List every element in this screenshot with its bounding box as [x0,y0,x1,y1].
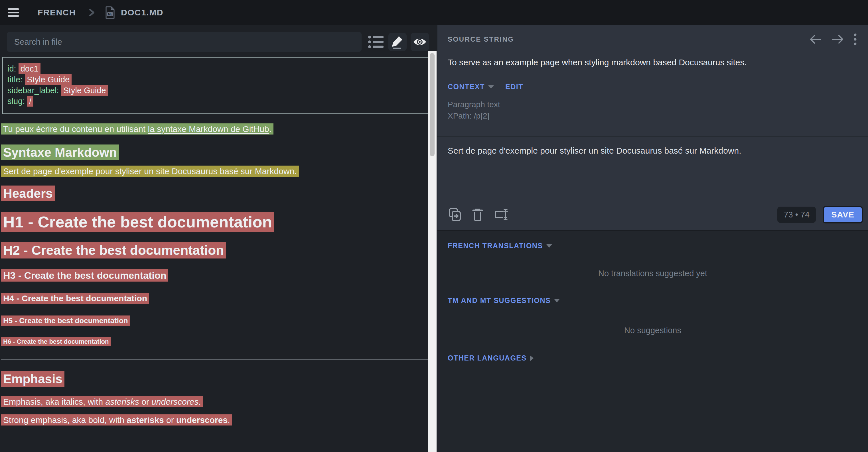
next-string-button[interactable] [832,34,844,45]
editor-toolbar: 73 • 74 SAVE [448,204,863,225]
char-counter: 73 • 74 [777,206,816,223]
chevron-right-icon [88,7,95,18]
frontmatter-line: slug: / [7,96,433,106]
frontmatter-line: id: doc1 [7,63,433,74]
string-frontmatter-sidebar-label[interactable]: Style Guide [61,85,108,96]
italic-word: underscores [151,397,198,407]
delete-translation-button[interactable] [472,208,483,221]
arrow-right-icon [832,34,844,45]
tm-mt-section[interactable]: TM AND MT SUGGESTIONS [448,296,858,305]
italics-text: Emphasis, aka italics, with [3,397,105,407]
chevron-down-icon [488,85,494,89]
more-options-button[interactable] [854,33,857,45]
hamburger-menu-icon[interactable] [8,7,21,18]
heading-h5: H5 - Create the best documentation [1,316,437,325]
breadcrumb-file[interactable]: DOC1.MD [121,8,163,18]
suggestions-panel: FRENCH TRANSLATIONS No translations sugg… [437,231,868,452]
string-h3[interactable]: H3 - Create the best documentation [1,269,168,282]
string-headers[interactable]: Headers [1,186,55,201]
chevron-right-icon [530,355,533,361]
heading-emphasis: Emphasis [1,372,437,386]
other-languages-toggle[interactable]: OTHER LANGUAGES [448,354,527,362]
context-xpath: XPath: /p[2] [448,111,858,121]
copy-source-button[interactable] [448,207,461,222]
paragraph-intro: Tu peux écrire du contenu en utilisant l… [1,124,437,134]
string-bold[interactable]: Strong emphasis, aka bold, with asterisk… [1,414,232,425]
edit-mode-button[interactable] [389,33,407,51]
paragraph-bold: Strong emphasis, aka bold, with asterisk… [1,415,437,425]
string-heading-translated[interactable]: Syntaxe Markdown [1,144,119,160]
string-editor: SOURCE STRING To serve as an example pag… [437,25,868,231]
intro-period: . [269,124,272,134]
string-frontmatter-slug[interactable]: / [27,96,33,106]
string-intro-translated[interactable]: Tu peux écrire du contenu en utilisant l… [1,123,274,134]
french-translations-toggle[interactable]: FRENCH TRANSLATIONS [448,242,543,250]
string-h5[interactable]: H5 - Create the best documentation [1,316,130,326]
string-h2[interactable]: H2 - Create the best documentation [1,242,226,258]
string-h6[interactable]: H6 - Create the best documentation [1,337,111,346]
heading-h1: H1 - Create the best documentation [1,213,437,231]
bold-text: or [164,415,176,425]
document-toolbar [0,25,437,52]
eye-icon [413,37,427,47]
preview-button[interactable] [411,33,429,51]
string-h1[interactable]: H1 - Create the best documentation [1,212,274,232]
other-languages-section[interactable]: OTHER LANGUAGES [448,354,858,362]
heading-h4: H4 - Create the best documentation [1,294,437,303]
frontmatter-key: sidebar_label: [7,86,61,95]
editor-header: SOURCE STRING [448,25,858,45]
paragraph-italics: Emphasis, aka italics, with asterisks or… [1,397,437,407]
intro-text: Tu peux écrire du contenu en utilisant [3,124,148,134]
document-scrollbar[interactable] [428,51,437,452]
translation-panel: SOURCE STRING To serve as an example pag… [437,25,868,452]
string-frontmatter-title[interactable]: Style Guide [25,74,71,85]
string-frontmatter-id[interactable]: doc1 [19,63,40,74]
breadcrumb-project[interactable]: FRENCH [38,8,76,18]
scrollbar-thumb[interactable] [430,53,435,156]
main-area: id: doc1 title: Style Guide sidebar_labe… [0,25,868,452]
string-h4[interactable]: H4 - Create the best documentation [1,293,149,304]
string-italics[interactable]: Emphasis, aka italics, with asterisks or… [1,396,203,407]
edit-context-link[interactable]: EDIT [505,83,523,91]
frontmatter-key: slug: [7,97,27,106]
context-toggle[interactable]: CONTEXT [448,83,485,91]
french-translations-section[interactable]: FRENCH TRANSLATIONS [448,231,858,250]
paragraph-selected: Sert de page d'exemple pour styliser un … [1,166,437,176]
italic-word: asterisks [105,397,139,407]
tm-empty-state: No suggestions [448,326,858,335]
string-selected[interactable]: Sert de page d'exemple pour styliser un … [1,166,299,177]
editor-nav [809,33,857,45]
document-panel: id: doc1 title: Style Guide sidebar_labe… [0,25,437,452]
frontmatter-line: title: Style Guide [7,74,433,85]
svg-text:M↓: M↓ [108,12,112,16]
markdown-file-icon: M↓ [105,6,115,19]
translation-input[interactable]: Sert de page d'exemple pour styliser un … [448,146,858,203]
source-string-text: To serve as an example page when styling… [448,58,858,67]
context-type: Paragraph text [448,100,858,109]
trash-icon [472,208,483,221]
editor-divider [437,136,868,137]
kebab-menu-icon [854,33,857,45]
top-bar: FRENCH M↓ DOC1.MD [0,0,868,25]
bold-word: underscores [176,415,227,425]
text-cursor-field-icon [494,208,509,221]
heading-h6: H6 - Create the best documentation [1,338,437,346]
copy-source-icon [448,207,461,222]
document-preview: id: doc1 title: Style Guide sidebar_labe… [0,57,437,425]
source-string-label: SOURCE STRING [448,35,514,43]
search-input[interactable] [7,32,362,52]
markdown-syntax-link[interactable]: la syntaxe Markdown de GitHub [148,124,269,134]
pencil-icon [391,34,404,49]
bold-text: Strong emphasis, aka bold, with [3,415,127,425]
tm-mt-toggle[interactable]: TM AND MT SUGGESTIONS [448,296,551,305]
save-button[interactable]: SAVE [823,206,863,223]
frontmatter-box: id: doc1 title: Style Guide sidebar_labe… [2,57,434,114]
bold-word: asterisks [127,415,164,425]
italics-period: . [198,397,201,407]
string-list-button[interactable] [368,33,384,51]
select-text-button[interactable] [494,208,509,221]
list-icon [368,35,383,49]
previous-string-button[interactable] [809,34,822,45]
string-emphasis-heading[interactable]: Emphasis [1,371,64,387]
frontmatter-line: sidebar_label: Style Guide [7,85,433,96]
